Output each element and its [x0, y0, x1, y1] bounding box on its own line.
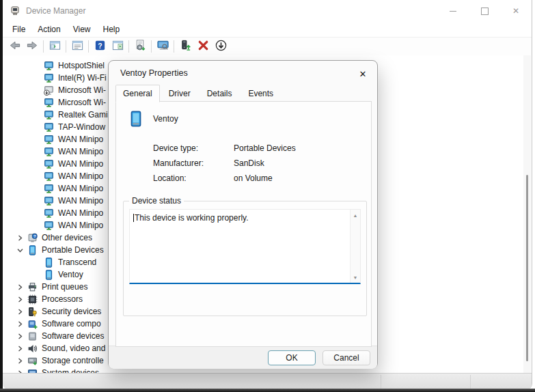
- chevron-right-icon[interactable]: [15, 368, 25, 373]
- back-icon: [8, 39, 21, 55]
- tree-scrollbar-thumb[interactable]: [526, 175, 528, 361]
- svg-text:?: ?: [98, 42, 102, 49]
- tree-scrollbar[interactable]: [523, 55, 531, 373]
- menu-file[interactable]: File: [6, 23, 31, 36]
- chevron-right-icon[interactable]: [15, 282, 25, 292]
- scroll-down-icon[interactable]: ▼: [351, 272, 360, 282]
- title-bar[interactable]: Device Manager ✕: [3, 0, 532, 22]
- chevron-right-icon[interactable]: [15, 356, 25, 365]
- field-value: SanDisk: [234, 158, 264, 168]
- update-driver-icon: [179, 39, 192, 55]
- device-status-textbox[interactable]: This device is working properly. ▲ ▼: [129, 209, 361, 284]
- tree-item-label: Intel(R) Wi-Fi: [58, 73, 107, 83]
- cancel-button[interactable]: Cancel: [323, 350, 370, 365]
- network-adapter-icon: [44, 208, 54, 219]
- tree-item-label: Microsoft Wi-: [58, 85, 106, 95]
- action-pane-button[interactable]: [109, 38, 126, 55]
- tab-events[interactable]: Events: [241, 85, 281, 102]
- window-title: Device Manager: [26, 6, 85, 16]
- dialog-close-icon: ✕: [359, 69, 367, 79]
- uninstall-device-icon: [197, 39, 210, 55]
- chevron-down-icon[interactable]: [15, 245, 25, 255]
- tree-item-label: Software devices: [42, 331, 104, 341]
- software-component-icon: [27, 319, 38, 329]
- network-adapter-icon: [44, 73, 54, 83]
- toolbar-separator: [43, 40, 44, 53]
- printer-icon: [27, 282, 38, 292]
- chevron-right-icon[interactable]: [15, 294, 25, 304]
- toolbar-separator: [151, 40, 152, 53]
- chevron-right-icon[interactable]: [15, 233, 25, 242]
- network-adapter-icon: [44, 196, 54, 206]
- properties-icon: [71, 39, 84, 55]
- tree-item-label: Print queues: [42, 282, 87, 292]
- forward-button[interactable]: [23, 38, 41, 55]
- network-adapter-icon: [44, 135, 54, 145]
- field-value: on Volume: [234, 173, 273, 183]
- tree-item-label: Portable Devices: [42, 245, 104, 255]
- tree-item-label: Software compo: [42, 319, 101, 328]
- uninstall-device-button[interactable]: [194, 38, 212, 55]
- remote-computer-button[interactable]: [154, 38, 172, 55]
- menu-help[interactable]: Help: [97, 23, 126, 36]
- tree-item-label: WAN Minipo: [58, 135, 103, 144]
- unknown-device-icon: ?: [27, 233, 38, 243]
- disable-device-button[interactable]: [212, 38, 230, 55]
- menu-action[interactable]: Action: [31, 23, 66, 36]
- tab-general[interactable]: General: [115, 85, 160, 102]
- network-adapter-icon: [44, 147, 54, 157]
- scan-hardware-button[interactable]: [131, 38, 149, 55]
- show-console-tree-button[interactable]: [46, 38, 64, 55]
- help-icon: ?: [94, 39, 107, 55]
- update-driver-button[interactable]: [176, 38, 194, 55]
- chevron-right-icon[interactable]: [15, 319, 25, 328]
- tree-item-label: Processors: [42, 294, 83, 304]
- network-adapter-icon: [44, 98, 54, 108]
- tab-driver[interactable]: Driver: [161, 85, 198, 102]
- minimize-button[interactable]: [437, 0, 469, 22]
- tree-item-label: WAN Minipo: [58, 147, 103, 156]
- menu-view[interactable]: View: [67, 23, 97, 36]
- close-button[interactable]: ✕: [500, 0, 532, 22]
- status-bar-divider: [381, 375, 381, 389]
- help-button[interactable]: ?: [91, 38, 109, 55]
- chevron-right-icon[interactable]: [15, 331, 25, 341]
- dialog-close-button[interactable]: ✕: [355, 66, 370, 81]
- tree-item-label: HotspotShiel: [58, 61, 105, 70]
- tree-item-label: TAP-Window: [58, 122, 105, 132]
- device-info-fields: Device type:Portable DevicesManufacturer…: [153, 141, 296, 186]
- chevron-right-icon[interactable]: [15, 344, 25, 353]
- network-adapter-icon: [44, 171, 54, 182]
- field-value: Portable Devices: [234, 143, 296, 153]
- chevron-right-icon[interactable]: [15, 307, 25, 316]
- network-adapter-icon: [44, 122, 54, 132]
- network-adapter-disabled-icon: [44, 85, 54, 96]
- system-device-icon: [27, 368, 38, 374]
- status-scrollbar[interactable]: ▲ ▼: [350, 210, 360, 283]
- properties-button[interactable]: [68, 38, 86, 55]
- back-button[interactable]: [5, 38, 23, 55]
- device-status-text: This device is working properly.: [135, 213, 249, 223]
- tree-item-label: WAN Minipo: [58, 171, 103, 181]
- ventoy-properties-dialog: Ventoy Properties ✕ GeneralDriverDetails…: [108, 60, 378, 369]
- remote-computer-icon: [156, 39, 169, 55]
- toolbar-separator: [66, 40, 66, 53]
- dialog-title: Ventoy Properties: [120, 68, 188, 78]
- software-device-icon: [27, 331, 38, 341]
- disable-device-icon: [215, 39, 228, 55]
- desktop-edge-left: [0, 0, 3, 392]
- menu-bar: FileActionViewHelp: [3, 22, 532, 37]
- ok-button[interactable]: OK: [268, 350, 316, 365]
- scroll-up-icon[interactable]: ▲: [351, 210, 360, 220]
- tree-item-label: WAN Minipo: [58, 196, 103, 206]
- status-bar-divider: [470, 375, 471, 389]
- tab-details[interactable]: Details: [200, 85, 240, 102]
- field-label: Location:: [153, 173, 234, 183]
- dialog-title-bar[interactable]: Ventoy Properties: [109, 61, 377, 85]
- maximize-button[interactable]: [469, 0, 500, 22]
- field-label: Device type:: [153, 143, 234, 153]
- portable-device-icon: [128, 109, 144, 128]
- tree-item-label: Other devices: [42, 233, 92, 242]
- tree-item-label: WAN Minipo: [58, 208, 103, 218]
- toolbar-separator: [88, 40, 89, 53]
